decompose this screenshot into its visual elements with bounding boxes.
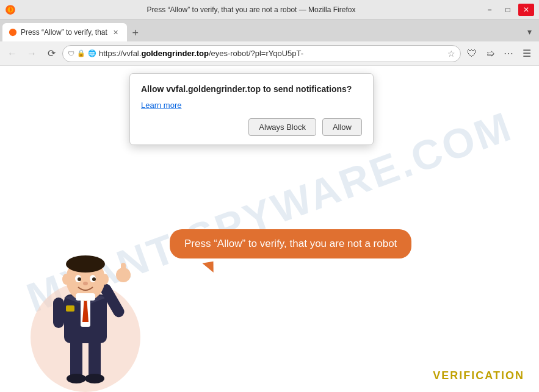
- address-suffix: /eyes-robot/?pl=rYqoU5pT-: [209, 49, 303, 58]
- tab-title: Press “Allow” to verify, that: [21, 28, 107, 37]
- svg-point-5: [67, 374, 86, 383]
- back-button[interactable]: ←: [4, 45, 21, 62]
- svg-point-23: [62, 274, 70, 285]
- bookmark-star-icon[interactable]: ☆: [447, 49, 455, 59]
- address-icon: 🌐: [88, 49, 96, 57]
- page-content: MYANTISPYWARE.COM Allow vvfal.goldengrin…: [0, 66, 539, 392]
- svg-point-24: [101, 274, 109, 285]
- nav-bar: ← → ⟳ 🛡 🔒 🌐 https://vvfal.goldengrinder.…: [0, 41, 539, 66]
- svg-rect-14: [121, 263, 126, 277]
- nav-right-buttons: 🛡 ➯ ⋯ ☰: [463, 45, 535, 62]
- window-title: Press “Allow” to verify, that you are no…: [21, 5, 482, 14]
- active-tab[interactable]: Press “Allow” to verify, that ✕: [2, 23, 127, 41]
- address-bar[interactable]: 🛡 🔒 🌐 https://vvfal.goldengrinder.top/ey…: [62, 45, 461, 62]
- speech-bubble: Press “Allow” to verify, that you are no…: [170, 229, 411, 258]
- tab-close-button[interactable]: ✕: [111, 27, 121, 37]
- svg-rect-4: [89, 337, 101, 380]
- notification-popup: Allow vvfal.goldengrinder.top to send no…: [129, 73, 374, 145]
- svg-rect-26: [66, 305, 74, 312]
- svg-point-21: [92, 277, 96, 281]
- menu-button[interactable]: ☰: [518, 45, 535, 62]
- vpn-button[interactable]: 🛡: [463, 45, 480, 62]
- tab-list-button[interactable]: ▾: [522, 24, 537, 39]
- forward-button[interactable]: →: [23, 45, 40, 62]
- tab-bar: Press “Allow” to verify, that ✕ + ▾: [0, 20, 539, 41]
- shield-icon: 🛡: [68, 50, 74, 57]
- tab-bar-right: ▾: [522, 24, 537, 41]
- restore-button[interactable]: □: [500, 4, 516, 16]
- svg-rect-3: [70, 337, 82, 380]
- character-illustration: [24, 197, 159, 392]
- overflow-button[interactable]: ⋯: [500, 45, 517, 62]
- popup-title: Allow vvfal.goldengrinder.top to send no…: [141, 84, 362, 96]
- allow-button[interactable]: Allow: [322, 118, 362, 136]
- verification-label: VERIFICATION: [433, 369, 524, 382]
- firefox-logo: [5, 4, 16, 15]
- svg-point-2: [9, 29, 16, 36]
- svg-rect-25: [76, 293, 95, 301]
- new-tab-button[interactable]: +: [127, 24, 144, 41]
- svg-point-17: [66, 255, 105, 273]
- address-prefix: https://vvfal.: [99, 49, 141, 58]
- tab-favicon: [9, 28, 17, 37]
- popup-buttons: Always Block Allow: [141, 118, 362, 136]
- address-text: https://vvfal.goldengrinder.top/eyes-rob…: [99, 49, 445, 58]
- svg-point-20: [78, 277, 81, 281]
- svg-point-6: [85, 374, 104, 383]
- address-domain: goldengrinder.top: [141, 49, 209, 58]
- title-bar: Press “Allow” to verify, that you are no…: [0, 0, 539, 20]
- character-svg: [24, 209, 147, 392]
- reload-button[interactable]: ⟳: [43, 45, 60, 62]
- always-block-button[interactable]: Always Block: [248, 118, 316, 136]
- close-button[interactable]: ✕: [518, 4, 534, 16]
- lock-icon: 🔒: [77, 49, 85, 57]
- extensions-button[interactable]: ➯: [482, 45, 499, 62]
- svg-rect-15: [53, 298, 64, 328]
- learn-more-link[interactable]: Learn more: [141, 101, 181, 110]
- svg-point-22: [83, 282, 88, 285]
- window-controls: − □ ✕: [482, 4, 534, 16]
- minimize-button[interactable]: −: [482, 4, 497, 16]
